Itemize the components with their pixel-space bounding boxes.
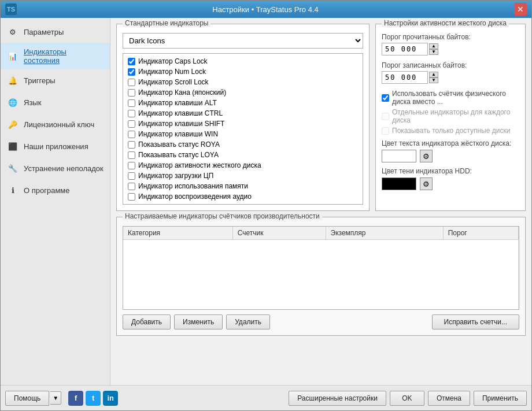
right-panel: Стандартные индикаторы Dark IconsLight I… — [110, 18, 531, 385]
sidebar-item-about[interactable]: ℹО программе — [1, 179, 110, 201]
delete-button[interactable]: Удалить — [226, 314, 270, 329]
indicator-label: Индикатор воспроизведения аудио — [138, 192, 252, 201]
standard-indicators-group: Стандартные индикаторы Dark IconsLight I… — [116, 24, 370, 211]
indicator-label: Индикатор клавиши SHIFT — [138, 120, 224, 128]
list-item: Индикатор Scroll Lock — [125, 77, 360, 87]
indicator-label: Показывать статус ROYA — [138, 140, 220, 149]
sidebar-icon-about: ℹ — [6, 184, 19, 197]
show-available-disks-label: Показывать только доступные диски — [392, 127, 510, 135]
indicator-checkbox[interactable] — [128, 120, 135, 128]
window-title: Настройки • TrayStatus Pro 4.4 — [17, 5, 514, 14]
hdd-checkbox-available: Показывать только доступные диски — [382, 127, 519, 135]
sidebar-icon-triggers: 🔔 — [6, 74, 19, 87]
write-threshold-field: Порог записанных байтов: ▲ ▼ — [382, 61, 519, 84]
close-button[interactable]: ✕ — [514, 3, 527, 16]
edit-button[interactable]: Изменить — [174, 314, 223, 329]
read-threshold-input[interactable] — [382, 43, 428, 55]
apply-button[interactable]: Применить — [474, 391, 527, 406]
app-icon: TS — [5, 3, 17, 15]
add-button[interactable]: Добавить — [123, 314, 171, 329]
indicators-checklist: Индикатор Caps LockИндикатор Num LockИнд… — [123, 53, 363, 205]
indicator-checkbox[interactable] — [128, 79, 135, 86]
col-instance: Экземпляр — [326, 227, 443, 240]
indicator-checkbox[interactable] — [128, 131, 135, 138]
list-item: Индикатор воспроизведения аудио — [125, 191, 360, 202]
indicator-checkbox[interactable] — [128, 151, 135, 159]
shadow-color-box[interactable] — [382, 177, 416, 190]
perf-counters-title: Настраиваемые индикаторы счётчиков произ… — [123, 212, 322, 220]
indicator-checkbox[interactable] — [128, 183, 135, 190]
indicator-label: Индикатор Кана (японский) — [138, 88, 226, 97]
style-dropdown[interactable]: Dark IconsLight IconsColored Icons — [123, 33, 363, 49]
sidebar-item-license[interactable]: 🔑Лицензионный ключ — [1, 113, 110, 135]
write-threshold-input[interactable] — [382, 71, 428, 84]
list-item: Индикатор Num Lock — [125, 66, 360, 77]
ok-button[interactable]: OK — [390, 391, 424, 406]
indicator-checkbox[interactable] — [128, 68, 135, 76]
cancel-button[interactable]: Отмена — [428, 391, 470, 406]
perf-counters-group: Настраиваемые индикаторы счётчиков произ… — [116, 217, 526, 336]
hdd-settings-title: Настройки активности жесткого диска — [382, 19, 509, 27]
main-window: TS Настройки • TrayStatus Pro 4.4 ✕ ⚙Пар… — [0, 0, 532, 411]
indicator-checkbox[interactable] — [128, 162, 135, 169]
sidebar-icon-troubleshoot: 🔧 — [6, 162, 19, 175]
list-item: Индикатор клавиши SHIFT — [125, 119, 360, 129]
sidebar-item-indicators[interactable]: 📊Индикаторы состояния — [1, 43, 110, 69]
write-decrement-btn[interactable]: ▼ — [429, 77, 438, 83]
sidebar-label-about: О программе — [24, 186, 70, 195]
shadow-color-picker-btn[interactable]: ⚙ — [420, 177, 433, 190]
fix-counters-button[interactable]: Исправить счетчи... — [432, 314, 519, 329]
indicator-label: Индикатор клавиши CTRL — [138, 109, 223, 117]
read-increment-btn[interactable]: ▲ — [429, 43, 438, 49]
read-spinner-buttons: ▲ ▼ — [429, 43, 438, 55]
write-increment-btn[interactable]: ▲ — [429, 72, 438, 77]
sidebar-item-our-apps[interactable]: ⬛Наши приложения — [1, 135, 110, 157]
indicator-checkbox[interactable] — [128, 99, 135, 107]
twitter-icon[interactable]: t — [86, 391, 101, 406]
indicator-label: Индикатор клавиши WIN — [138, 130, 218, 138]
shadow-color-title: Цвет тени индикатора HDD: — [382, 167, 519, 175]
help-btn-group: Помощь ▼ — [5, 391, 61, 406]
advanced-settings-button[interactable]: Расширенные настройки — [289, 391, 386, 406]
help-dropdown-arrow[interactable]: ▼ — [50, 391, 61, 405]
show-available-disks-checkbox[interactable] — [382, 127, 389, 135]
main-content: ⚙Параметры📊Индикаторы состояния🔔Триггеры… — [1, 18, 531, 385]
hdd-checkbox-separate: Отдельные индикаторы для каждого диска — [382, 108, 519, 124]
text-color-box[interactable] — [382, 150, 416, 162]
indicator-checkbox[interactable] — [128, 172, 135, 180]
sidebar-item-troubleshoot[interactable]: 🔧Устранение неполадок — [1, 157, 110, 179]
read-decrement-btn[interactable]: ▼ — [429, 49, 438, 55]
write-threshold-label: Порог записанных байтов: — [382, 61, 519, 69]
list-item: Индикатор клавиши WIN — [125, 129, 360, 139]
sidebar-label-license: Лицензионный ключ — [24, 120, 94, 129]
help-button[interactable]: Помощь — [5, 391, 49, 406]
text-color-picker-btn[interactable]: ⚙ — [420, 150, 433, 162]
sidebar-label-triggers: Триггеры — [24, 76, 56, 85]
list-item: Показывать статус ROYA — [125, 139, 360, 150]
sidebar-item-language[interactable]: 🌐Язык — [1, 91, 110, 113]
separate-indicators-checkbox[interactable] — [382, 113, 389, 120]
sidebar: ⚙Параметры📊Индикаторы состояния🔔Триггеры… — [1, 18, 110, 385]
indicator-checkbox[interactable] — [128, 141, 135, 149]
separate-indicators-label: Отдельные индикаторы для каждого диска — [392, 108, 519, 124]
sidebar-icon-parameters: ⚙ — [6, 25, 19, 38]
list-item: Индикатор клавиши CTRL — [125, 108, 360, 119]
perf-table: Категория Счетчик Экземпляр Порог — [123, 227, 519, 309]
write-spinner-buttons: ▲ ▼ — [429, 72, 438, 83]
table-actions: Добавить Изменить Удалить Исправить счет… — [123, 314, 519, 329]
linkedin-icon[interactable]: in — [103, 391, 118, 406]
standard-indicators-title: Стандартные индикаторы — [123, 19, 210, 27]
indicator-checkbox[interactable] — [128, 89, 135, 97]
indicator-checkbox[interactable] — [128, 193, 135, 201]
indicator-checkbox[interactable] — [128, 58, 135, 65]
indicator-label: Индикатор Scroll Lock — [138, 78, 209, 86]
indicator-label: Индикатор Num Lock — [138, 68, 206, 76]
text-color-row: ⚙ — [382, 150, 519, 162]
sidebar-item-triggers[interactable]: 🔔Триггеры — [1, 69, 110, 91]
sidebar-label-our-apps: Наши приложения — [24, 142, 88, 151]
indicator-checkbox[interactable] — [128, 110, 135, 117]
use-physical-counter-checkbox[interactable] — [382, 94, 389, 102]
list-item: Индикатор Кана (японский) — [125, 87, 360, 98]
sidebar-item-parameters[interactable]: ⚙Параметры — [1, 21, 110, 43]
facebook-icon[interactable]: f — [68, 391, 83, 406]
